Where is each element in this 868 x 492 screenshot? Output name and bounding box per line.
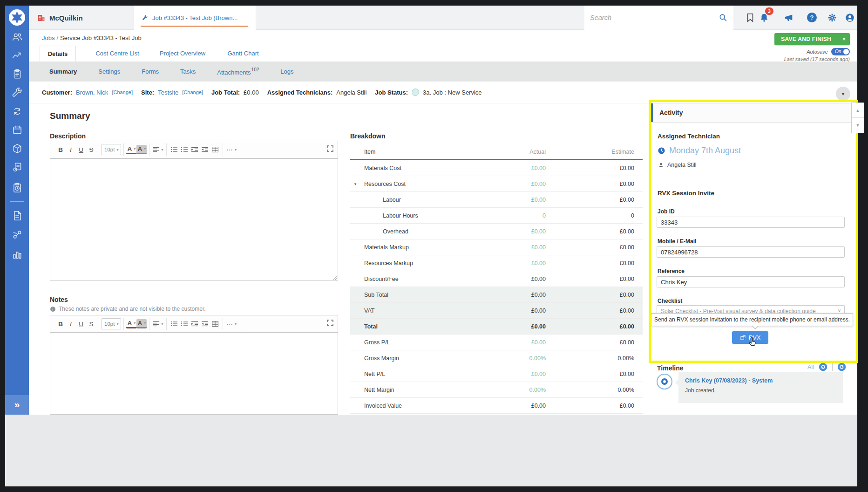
outdent-button[interactable]	[200, 318, 210, 329]
bold-button[interactable]: B	[55, 144, 66, 155]
notes-textarea[interactable]	[50, 333, 338, 414]
indent-button[interactable]	[190, 144, 200, 155]
subtab-tasks[interactable]: Tasks	[180, 62, 196, 82]
reference-input[interactable]	[657, 276, 845, 287]
timeline-refresh-icon[interactable]	[819, 362, 827, 371]
align-left-icon	[153, 321, 159, 327]
italic-button[interactable]: I	[66, 144, 76, 155]
align-button[interactable]: ▾	[152, 318, 164, 329]
sidebar-item-sales-trend-icon[interactable]	[11, 49, 23, 62]
sidebar-item-documents-icon[interactable]	[11, 210, 23, 222]
sidebar-item-timesheet-icon[interactable]	[11, 182, 23, 194]
settings-gear-icon[interactable]	[827, 13, 837, 23]
customer-link[interactable]: Brown, Nick	[76, 89, 108, 96]
sidebar-expand-button[interactable]: »	[5, 395, 29, 415]
account-person-icon[interactable]	[845, 13, 855, 23]
highlight-color-button[interactable]: A▾	[136, 145, 147, 154]
subtab-settings[interactable]: Settings	[98, 62, 120, 82]
unordered-list-button[interactable]	[169, 144, 179, 155]
rvx-button[interactable]: RVX	[732, 331, 768, 344]
strikethrough-button[interactable]: S	[86, 144, 96, 155]
sidebar-item-inventory-cube-icon[interactable]	[11, 143, 23, 155]
breadcrumb-jobs-link[interactable]: Jobs	[42, 34, 54, 41]
site-change-link[interactable]: [Change]	[182, 89, 203, 95]
breakdown-estimate-value: £0.00	[546, 244, 634, 251]
subtab-forms[interactable]: Forms	[142, 62, 159, 82]
toolbar-group	[167, 318, 223, 330]
more-button[interactable]: ⋯▾	[225, 144, 237, 155]
announcements-megaphone-icon[interactable]	[784, 13, 794, 23]
more-button[interactable]: ⋯▾	[225, 318, 237, 329]
strikethrough-button[interactable]: S	[86, 318, 96, 329]
save-and-finish-button[interactable]: SAVE AND FINISH ▼	[774, 33, 850, 45]
sidebar-item-invoices-icon[interactable]	[11, 161, 23, 173]
company-name: McQuilkin	[49, 14, 83, 22]
sidebar-item-clipboard-icon[interactable]	[11, 68, 23, 80]
tab-gantt-chart[interactable]: Gantt Chart	[217, 46, 269, 62]
tab-project-overview[interactable]: Project Overview	[152, 46, 213, 62]
rvx-tooltip: Send an RVX session invitation to the re…	[651, 313, 853, 326]
italic-button[interactable]: I	[66, 318, 76, 329]
ordered-list-button[interactable]	[179, 318, 190, 329]
row-expand-icon[interactable]: ▾	[350, 182, 360, 186]
text-color-button[interactable]: A▾	[126, 145, 136, 154]
tab-details[interactable]: Details	[40, 46, 76, 62]
timeline-filter-all[interactable]: All	[807, 364, 814, 370]
notification-badge[interactable]: 3	[765, 7, 773, 15]
building-icon	[37, 14, 45, 22]
timeline-settings-icon[interactable]	[837, 362, 846, 371]
fullscreen-button[interactable]	[326, 145, 335, 154]
font-size-select-glyph: 10pt	[104, 147, 115, 152]
underline-button[interactable]: U	[76, 318, 86, 329]
font-size-select[interactable]: 10pt▾	[102, 318, 121, 329]
customer-change-link[interactable]: [Change]	[112, 89, 133, 95]
sidebar-item-reports-chart-icon[interactable]	[11, 248, 23, 260]
breakdown-estimate-value: £0.00	[546, 339, 634, 346]
job-id-input[interactable]	[657, 217, 845, 228]
scroll-up-icon[interactable]: ▲	[852, 103, 864, 118]
align-button[interactable]: ▾	[152, 144, 164, 155]
help-icon[interactable]: ?	[807, 13, 817, 22]
sidebar-item-calendar-icon[interactable]	[11, 124, 23, 136]
sidebar-item-people-icon[interactable]	[11, 31, 23, 43]
tab-cost-centre-list[interactable]: Cost Centre List	[87, 46, 148, 62]
table-button[interactable]	[210, 144, 220, 155]
outdent-icon	[202, 321, 208, 327]
app-logo-icon[interactable]	[8, 9, 26, 26]
search-icon[interactable]	[719, 13, 728, 22]
indent-button[interactable]	[190, 318, 200, 329]
toolbar-group: ▾	[149, 318, 167, 330]
sidebar-item-jobs-wrench-icon[interactable]	[11, 87, 23, 99]
open-job-tab[interactable]: Job #33343 - Test Job (Brown...	[134, 6, 256, 30]
table-button[interactable]	[210, 318, 220, 329]
subtab-summary[interactable]: Summary	[49, 62, 77, 82]
fullscreen-button[interactable]	[326, 319, 335, 328]
breakdown-item-label: Labour	[360, 197, 471, 203]
breakdown-estimate-value: £0.00	[546, 181, 634, 187]
bookmark-icon[interactable]	[745, 13, 755, 23]
sidebar-item-utilities-icon[interactable]	[11, 229, 23, 241]
ordered-list-button[interactable]	[179, 144, 190, 155]
highlight-color-button[interactable]: A▾	[136, 319, 147, 328]
save-options-caret-icon[interactable]: ▼	[838, 33, 850, 45]
outdent-button[interactable]	[200, 144, 210, 155]
collapse-panel-button[interactable]: ▼	[836, 87, 850, 101]
text-color-button[interactable]: A▾	[126, 319, 136, 328]
underline-button[interactable]: U	[76, 144, 86, 155]
bold-button[interactable]: B	[55, 318, 66, 329]
timeline-entry-title[interactable]: Chris Key (07/08/2023) - System	[685, 377, 773, 384]
subtab-logs[interactable]: Logs	[280, 62, 293, 82]
notes-label: Notes	[50, 296, 68, 303]
subtab-attachments[interactable]: Attachments102	[217, 61, 259, 82]
unordered-list-button[interactable]	[169, 318, 179, 329]
site-link[interactable]: Testsite	[158, 89, 178, 96]
scroll-down-icon[interactable]: ▼	[852, 118, 864, 133]
font-size-select[interactable]: 10pt▾	[102, 144, 121, 155]
breakdown-row-resources-cost: ▾Resources Cost£0.00£0.00	[350, 176, 643, 192]
description-textarea[interactable]	[50, 159, 338, 280]
sidebar-item-recurring-icon[interactable]	[11, 105, 23, 117]
schedule-date-link[interactable]: Monday 7th August	[658, 146, 741, 156]
mobile-email-input[interactable]	[657, 246, 845, 258]
search-input[interactable]	[590, 14, 719, 21]
global-search	[584, 6, 733, 30]
